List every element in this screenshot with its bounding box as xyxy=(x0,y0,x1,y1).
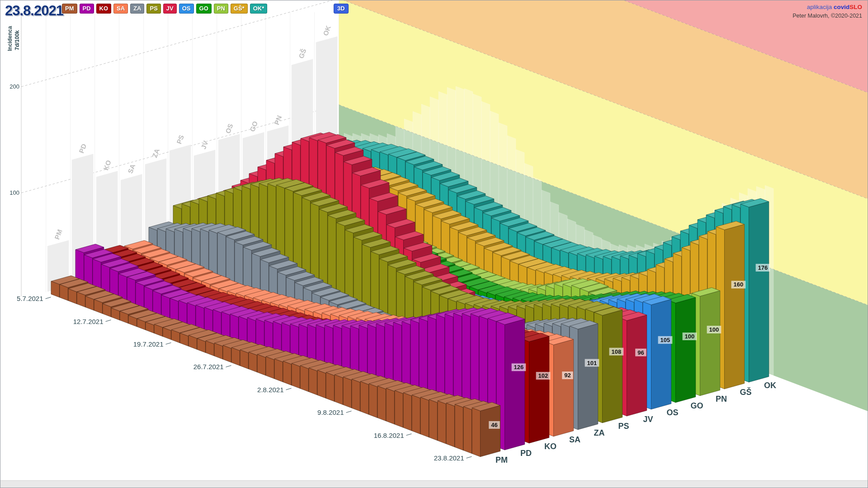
date-value: 23.8.2021 xyxy=(5,3,63,19)
legend-button-go[interactable]: GO xyxy=(196,4,212,14)
region-legend: PMPDKOSAZAPSJVOSGOPNGŠ*OK* xyxy=(62,4,267,14)
brand-covid: covid xyxy=(834,4,849,10)
covid-slo-3d-app: 23.8.2021pon PMPDKOSAZAPSJVOSGOPNGŠ*OK* … xyxy=(0,0,868,488)
app-title: aplikacija covidSLO xyxy=(793,3,862,12)
legend-button-os[interactable]: OS xyxy=(179,4,194,14)
legend-button-pm[interactable]: PM xyxy=(62,4,77,14)
author-credit: Peter Malovrh, ©2020-2021 xyxy=(793,12,862,20)
incidence-3d-chart-canvas[interactable] xyxy=(0,0,868,488)
legend-button-sa[interactable]: SA xyxy=(113,4,128,14)
status-bar xyxy=(0,480,868,488)
view-3d-button[interactable]: 3D xyxy=(334,4,349,14)
legend-button-pn[interactable]: PN xyxy=(214,4,228,14)
brand-slo: SLO xyxy=(849,4,862,10)
legend-button-ko[interactable]: KO xyxy=(96,4,112,14)
legend-button-gs[interactable]: GŠ* xyxy=(231,4,248,14)
legend-button-ps[interactable]: PS xyxy=(146,4,160,14)
legend-button-za[interactable]: ZA xyxy=(130,4,144,14)
app-credits: aplikacija covidSLO Peter Malovrh, ©2020… xyxy=(793,3,862,20)
y-axis-title-word: Incidenca xyxy=(7,26,13,51)
legend-button-pd[interactable]: PD xyxy=(80,4,94,14)
legend-button-jv[interactable]: JV xyxy=(163,4,177,14)
legend-button-ok[interactable]: OK* xyxy=(250,4,268,14)
y-axis-title-unit: 7d/100k xyxy=(14,30,20,50)
